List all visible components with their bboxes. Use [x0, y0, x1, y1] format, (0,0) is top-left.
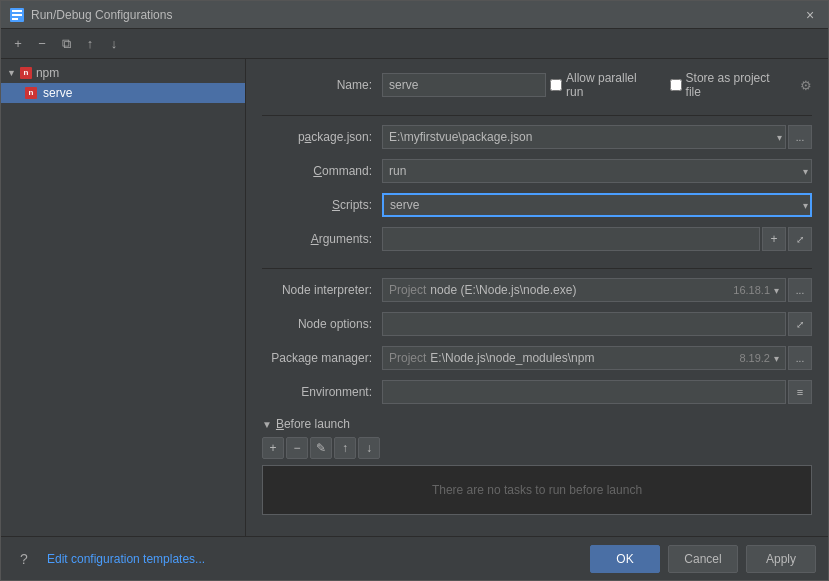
scripts-input[interactable]	[382, 193, 812, 217]
package-manager-field: Project E:\Node.js\node_modules\npm 8.19…	[382, 346, 812, 370]
store-project-checkbox[interactable]: Store as project file	[670, 71, 784, 99]
close-button[interactable]: ×	[800, 5, 820, 25]
bottom-right-buttons: OK Cancel Apply	[590, 545, 816, 573]
move-down-button[interactable]: ↓	[103, 33, 125, 55]
before-launch-title: Before launch	[276, 417, 350, 431]
package-json-label: package.json:	[262, 130, 382, 144]
command-select-wrapper: run install build test ▾	[382, 159, 812, 183]
ok-button[interactable]: OK	[590, 545, 660, 573]
npm-icon: n	[20, 67, 32, 79]
command-label: Command:	[262, 164, 382, 178]
before-launch-up-button[interactable]: ↑	[334, 437, 356, 459]
node-interpreter-value: node (E:\Node.js\node.exe)	[430, 283, 576, 297]
dialog-icon	[9, 7, 25, 23]
before-launch-section: ▼ Before launch + − ✎ ↑ ↓ There are no t…	[262, 417, 812, 515]
node-interpreter-label-text: Node interpreter:	[282, 283, 372, 297]
title-bar: Run/Debug Configurations ×	[1, 1, 828, 29]
collapse-icon: ▼	[7, 68, 16, 78]
node-interpreter-row: Node interpreter: Project node (E:\Node.…	[262, 277, 812, 303]
npm-group-header[interactable]: ▼ n npm	[1, 63, 245, 83]
bottom-bar: ? Edit configuration templates... OK Can…	[1, 536, 828, 580]
node-options-label: Node options:	[262, 317, 382, 331]
command-select[interactable]: run install build test	[382, 159, 812, 183]
arguments-input[interactable]	[382, 227, 760, 251]
name-input[interactable]	[382, 73, 546, 97]
environment-input[interactable]	[382, 380, 786, 404]
before-launch-down-button[interactable]: ↓	[358, 437, 380, 459]
section-divider	[262, 268, 812, 269]
arguments-add-button[interactable]: +	[762, 227, 786, 251]
package-manager-label-text: Package manager:	[271, 351, 372, 365]
node-version-label: 16.18.1	[733, 284, 770, 296]
npm-group-label: npm	[36, 66, 59, 80]
environment-label-text: Environment:	[301, 385, 372, 399]
node-options-row: Node options: ⤢	[262, 311, 812, 337]
node-interpreter-display: Project node (E:\Node.js\node.exe) 16.18…	[382, 278, 786, 302]
node-options-input[interactable]	[382, 312, 786, 336]
add-config-button[interactable]: +	[7, 33, 29, 55]
before-launch-list: There are no tasks to run before launch	[262, 465, 812, 515]
node-interpreter-prefix: Project	[389, 283, 426, 297]
config-sidebar: ▼ n npm n serve	[1, 59, 246, 536]
package-json-browse-button[interactable]: ...	[788, 125, 812, 149]
npm-group: ▼ n npm n serve	[1, 63, 245, 103]
arguments-row: Arguments: + ⤢	[262, 226, 812, 252]
environment-row: Environment: ≡	[262, 379, 812, 405]
node-options-field: ⤢	[382, 312, 812, 336]
cancel-button[interactable]: Cancel	[668, 545, 738, 573]
name-label: Name:	[262, 78, 382, 92]
environment-edit-button[interactable]: ≡	[788, 380, 812, 404]
edit-templates-link[interactable]: Edit configuration templates...	[47, 552, 205, 566]
arguments-field-group: + ⤢	[382, 227, 812, 251]
help-button[interactable]: ?	[13, 548, 35, 570]
node-interpreter-label: Node interpreter:	[262, 283, 382, 297]
package-manager-value: E:\Node.js\node_modules\npm	[430, 351, 594, 365]
copy-config-button[interactable]: ⧉	[55, 33, 77, 55]
package-manager-display: Project E:\Node.js\node_modules\npm 8.19…	[382, 346, 786, 370]
package-manager-version: 8.19.2	[739, 352, 770, 364]
command-label-text: Command:	[313, 164, 372, 178]
arguments-expand-button[interactable]: ⤢	[788, 227, 812, 251]
store-project-input[interactable]	[670, 79, 682, 91]
store-project-label: Store as project file	[686, 71, 784, 99]
before-launch-toolbar: + − ✎ ↑ ↓	[262, 437, 812, 459]
main-content: ▼ n npm n serve Name: Al	[1, 59, 828, 536]
arguments-label-text: Arguments:	[311, 232, 372, 246]
dialog-title: Run/Debug Configurations	[31, 8, 172, 22]
before-launch-remove-button[interactable]: −	[286, 437, 308, 459]
allow-parallel-label: Allow parallel run	[566, 71, 654, 99]
title-bar-left: Run/Debug Configurations	[9, 7, 172, 23]
before-launch-collapse-icon[interactable]: ▼	[262, 419, 272, 430]
before-launch-empty-message: There are no tasks to run before launch	[432, 483, 642, 497]
svg-rect-1	[12, 10, 22, 12]
serve-npm-icon: n	[25, 87, 37, 99]
command-row: Command: run install build test ▾	[262, 158, 812, 184]
package-json-label-text: package.json:	[298, 130, 372, 144]
allow-parallel-checkbox[interactable]: Allow parallel run	[550, 71, 654, 99]
gear-icon[interactable]: ⚙	[800, 78, 812, 93]
allow-parallel-input[interactable]	[550, 79, 562, 91]
before-launch-header: ▼ Before launch	[262, 417, 812, 431]
package-manager-prefix: Project	[389, 351, 426, 365]
form-divider	[262, 115, 812, 116]
arguments-label: Arguments:	[262, 232, 382, 246]
move-up-button[interactable]: ↑	[79, 33, 101, 55]
name-row: Name: Allow parallel run Store as projec…	[262, 71, 812, 99]
node-options-expand-button[interactable]: ⤢	[788, 312, 812, 336]
package-manager-browse-button[interactable]: ...	[788, 346, 812, 370]
node-interpreter-browse-button[interactable]: ...	[788, 278, 812, 302]
before-launch-edit-button[interactable]: ✎	[310, 437, 332, 459]
apply-button[interactable]: Apply	[746, 545, 816, 573]
node-interpreter-field: Project node (E:\Node.js\node.exe) 16.18…	[382, 278, 812, 302]
package-json-field: E:\myfirstvue\package.json ▾ ...	[382, 125, 812, 149]
run-debug-dialog: Run/Debug Configurations × + − ⧉ ↑ ↓ ▼ n…	[0, 0, 829, 581]
sidebar-item-serve[interactable]: n serve	[1, 83, 245, 103]
sidebar-item-label: serve	[43, 86, 72, 100]
remove-config-button[interactable]: −	[31, 33, 53, 55]
before-launch-add-button[interactable]: +	[262, 437, 284, 459]
package-json-select[interactable]: E:\myfirstvue\package.json	[382, 125, 786, 149]
config-right-panel: Name: Allow parallel run Store as projec…	[246, 59, 828, 536]
package-json-row: package.json: E:\myfirstvue\package.json…	[262, 124, 812, 150]
node-options-label-text: Node options:	[298, 317, 372, 331]
node-interpreter-arrow: ▾	[774, 285, 779, 296]
